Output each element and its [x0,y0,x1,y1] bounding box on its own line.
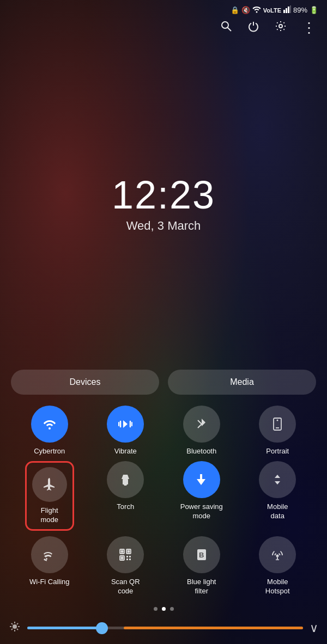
toggle-mobile-hotspot[interactable]: MobileHotspot [241,536,314,596]
page-dot-3 [170,607,174,611]
clock-date: Wed, 3 March [126,219,201,233]
power-saving-label: Power savingmode [180,502,223,521]
svg-rect-23 [121,557,124,560]
quick-panel: Devices Media Cybertron [0,364,327,596]
brightness-fill-left [27,627,105,629]
battery-percentage: 89% [293,6,307,14]
clock-section: 12:23 Wed, 3 March [0,39,327,364]
scan-qr-circle [107,536,144,573]
svg-line-38 [17,623,18,624]
svg-line-36 [11,623,13,624]
page-dot-1 [154,607,158,611]
brightness-icon [9,621,21,635]
svg-point-8 [49,427,51,430]
toggles-grid: Cybertron Vibrate [11,406,316,596]
mobile-data-circle [259,461,296,498]
search-button[interactable] [220,20,232,35]
svg-rect-27 [129,559,131,560]
svg-rect-22 [128,550,130,553]
svg-point-30 [276,555,279,557]
svg-point-17 [46,558,47,560]
mute-icon: 🔇 [241,6,250,14]
page-dot-2 [162,607,166,611]
wifi-calling-circle [31,536,68,573]
clock-time: 12:23 [112,175,215,214]
toggle-bluetooth[interactable]: Bluetooth [165,406,238,456]
power-saving-circle [183,461,220,498]
toggle-wifi-calling[interactable]: Wi-Fi Calling [13,536,86,596]
cybertron-circle [31,406,68,443]
brightness-thumb[interactable] [96,622,108,634]
svg-rect-3 [288,7,289,13]
svg-rect-1 [283,10,285,13]
scan-qr-label: Scan QRcode [111,578,140,596]
toggle-blue-light[interactable]: B Blue lightfilter [165,536,238,596]
panel-tabs: Devices Media [11,370,316,395]
torch-label: Torch [117,502,134,512]
signal-bars-icon [283,5,291,15]
vibrate-label: Vibrate [114,447,137,456]
toggle-torch[interactable]: Torch [89,461,162,531]
mobile-hotspot-circle [259,536,296,573]
torch-circle [107,461,144,498]
panel-collapse-button[interactable]: ∨ [310,621,318,635]
svg-line-39 [11,629,13,630]
brightness-row: ∨ [0,618,327,644]
svg-rect-25 [129,556,131,557]
wifi-calling-label: Wi-Fi Calling [29,578,70,587]
toggle-scan-qr[interactable]: Scan QRcode [89,536,162,596]
svg-point-31 [13,624,17,629]
svg-point-15 [277,419,278,421]
svg-point-0 [256,11,257,13]
svg-rect-24 [126,556,128,557]
blue-light-label: Blue lightfilter [187,578,216,596]
devices-tab[interactable]: Devices [11,370,159,395]
svg-text:B: B [199,551,204,559]
media-tab[interactable]: Media [168,370,316,395]
toggle-vibrate[interactable]: Vibrate [89,406,162,456]
settings-button[interactable] [275,20,287,35]
portrait-label: Portrait [266,447,289,456]
flight-mode-circle [32,467,67,502]
toggle-flight-mode[interactable]: Flightmode [13,461,86,531]
bluetooth-circle [183,406,220,443]
svg-rect-16 [123,479,128,484]
mobile-data-label: Mobiledata [267,502,288,521]
power-button[interactable] [247,20,259,35]
status-bar: 🔒 🔇 VoLTE 89% 🔋 [0,0,327,17]
battery-icon: 🔋 [310,6,318,14]
svg-rect-4 [290,5,291,13]
svg-point-7 [279,24,282,28]
svg-line-37 [17,629,18,630]
brightness-slider[interactable] [27,627,303,629]
vibrate-circle [107,406,144,443]
toggle-power-saving[interactable]: Power savingmode [165,461,238,531]
svg-rect-26 [126,559,128,560]
mobile-hotspot-label: MobileHotspot [265,578,290,596]
top-actions-bar: ⋮ [0,17,327,39]
lock-icon: 🔒 [231,6,239,14]
page-indicators [0,596,327,618]
brightness-fill-right [124,627,303,629]
blue-light-circle: B [183,536,220,573]
lte-icon: VoLTE [263,7,281,14]
toggle-portrait[interactable]: Portrait [241,406,314,456]
status-icons: 🔒 🔇 VoLTE 89% 🔋 [231,5,318,15]
more-options-button[interactable]: ⋮ [302,21,316,35]
wifi-signal-icon [252,5,261,15]
svg-point-5 [222,22,228,28]
toggle-mobile-data[interactable]: Mobiledata [241,461,314,531]
flight-mode-label: Flightmode [40,506,58,525]
cybertron-label: Cybertron [34,447,65,456]
svg-rect-21 [121,550,124,553]
svg-rect-2 [286,8,287,13]
bluetooth-label: Bluetooth [186,447,216,456]
toggle-cybertron[interactable]: Cybertron [13,406,86,456]
portrait-circle [259,406,296,443]
svg-line-6 [228,28,232,32]
